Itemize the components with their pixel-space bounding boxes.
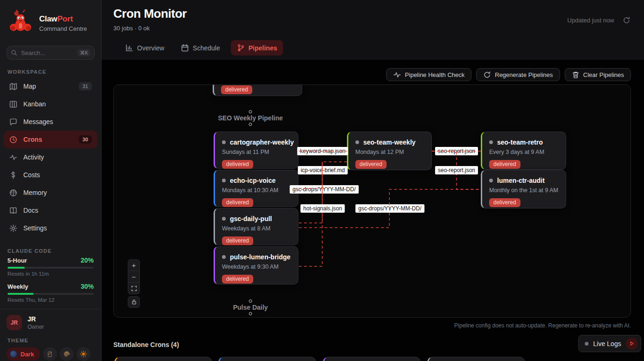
fit-view-button[interactable] [128,283,140,294]
standalone-cron-card[interactable] [114,357,212,361]
edge-label: seo-report.json [435,147,478,155]
palette-icon [63,350,70,358]
lock-button[interactable] [128,296,140,308]
meter-fill [7,267,25,269]
group-label-seo-weekly-pipeline[interactable]: SEO Weekly Pipeline [218,110,283,126]
pipeline-node-seo-team-weekly[interactable]: seo-team-weeklyMondays at 12 PMdelivered [347,132,432,170]
pipeline-node-cartographer-weekly[interactable]: cartographer-weeklySundays at 11 PMdeliv… [214,132,298,169]
map-icon [9,82,18,90]
tab-label: Overview [137,44,164,52]
node-title: seo-team-weekly [355,138,424,146]
node-status-dot [222,179,226,182]
meter-track [7,267,94,269]
live-logs-button[interactable]: Live Logs [578,335,641,352]
sidebar-item-label: Costs [23,171,92,179]
zoom-in-button[interactable]: + [128,259,140,271]
pipeline-edge [299,162,322,223]
pipeline-health-check-button[interactable]: Pipeline Health Check [386,68,471,81]
node-status-badge: delivered [222,275,253,284]
sidebar-item-label: Settings [23,224,92,232]
moon-icon [10,350,17,358]
theme-palette-button[interactable] [60,347,74,361]
theme-frame-button[interactable] [43,347,57,361]
sidebar-item-memory[interactable]: Memory [4,184,97,201]
node-status-badge: delivered [222,236,253,245]
connection-handle[interactable] [249,110,252,113]
pipeline-node-seo-team-retro[interactable]: seo-team-retroEvery 3 days at 9 AMdelive… [481,132,566,170]
standalone-cron-card[interactable] [427,357,525,361]
sidebar-item-label: Messages [23,118,92,125]
sidebar-item-label: Crons [23,136,73,143]
play-icon[interactable] [626,338,638,350]
meter-percent: 20% [81,257,94,264]
tab-pipelines[interactable]: Pipelines [231,40,283,56]
user-name: JR [28,315,44,323]
theme-section-label: THEME [0,334,101,346]
sidebar-item-docs[interactable]: Docs [4,201,97,219]
search-input[interactable] [21,49,74,56]
node-schedule: Mondays at 10:30 AM [222,187,291,194]
group-label-text: SEO Weekly Pipeline [218,114,283,122]
pipeline-node-echo-icp-voice[interactable]: echo-icp-voiceMondays at 10:30 AMdeliver… [214,170,298,207]
meter-track [7,293,94,295]
user-card[interactable]: JR JR Owner [0,309,101,334]
activity-icon [9,153,18,161]
connection-handle[interactable] [249,312,252,315]
meter-percent: 30% [81,283,94,290]
pipeline-node-gsc-daily-pull[interactable]: gsc-daily-pullWeekdays at 8 AMdelivered [214,208,298,245]
toolbar-button-label: Pipeline Health Check [405,71,464,78]
pipeline-edge [299,162,322,266]
standalone-cron-card[interactable] [323,357,421,361]
node-status-badge: delivered [489,198,520,207]
clear-pipelines-button[interactable]: Clear Pipelines [565,68,631,81]
pipeline-node-pulse-lumen-bridge[interactable]: pulse-lumen-bridgeWeekdays at 9:30 AMdel… [214,246,298,285]
search-box[interactable]: ⌘K [7,46,95,60]
pipeline-footnote: Pipeline config does not auto-update. Re… [454,322,631,329]
refresh-icon [623,16,630,24]
sidebar-item-map[interactable]: Map31 [4,77,97,95]
pipeline-node-lumen-ctr-audit[interactable]: lumen-ctr-auditMonthly on the 1st at 9 A… [481,170,566,208]
connection-handle[interactable] [249,299,252,303]
pipeline-node-clipped[interactable]: delivered [213,84,302,96]
book-icon [9,206,18,215]
meter-fill [7,293,34,295]
regenerate-pipelines-button[interactable]: Regenerate Pipelines [476,68,560,81]
theme-dark-button[interactable]: Dark [7,347,40,361]
sidebar-item-label: Docs [23,207,92,214]
node-status-dot [222,255,226,259]
node-status-dot [222,140,226,144]
node-status-dot [489,140,493,144]
node-schedule: Weekdays at 9:30 AM [222,264,291,271]
connection-handle[interactable] [249,123,252,126]
pipeline-canvas[interactable]: SEO Weekly PipelinePulse Daily delivered… [113,84,631,318]
search-icon [11,49,17,56]
standalone-cron-card[interactable] [218,357,316,361]
workspace-section-label: WORKSPACE [0,65,101,77]
sidebar-item-messages[interactable]: Messages [4,113,97,131]
lobster-logo-icon [7,9,34,37]
zoom-out-button[interactable]: − [128,271,140,283]
edge-label: icp-voice-brief.md [298,166,348,174]
node-title: lumen-ctr-audit [489,176,559,184]
node-schedule: Mondays at 12 PM [355,149,424,156]
sidebar-item-crons[interactable]: Crons30 [4,131,97,148]
tab-overview[interactable]: Overview [119,40,170,56]
refresh-button[interactable] [622,15,631,25]
theme-light-button[interactable] [76,347,90,361]
group-label-pulse-daily[interactable]: Pulse Daily [233,299,268,315]
group-label-text: Pulse Daily [233,304,268,311]
pulse-icon [393,71,401,79]
trash-icon [572,71,580,79]
sidebar-item-kanban[interactable]: Kanban [4,95,97,113]
tab-schedule[interactable]: Schedule [175,40,226,56]
sidebar-item-costs[interactable]: Costs [4,166,97,184]
sidebar-item-activity[interactable]: Activity [4,148,97,166]
kanban-icon [9,100,18,108]
pipeline-edge [432,151,481,189]
calendar-icon [181,44,189,52]
page-title: Cron Monitor [113,7,187,21]
sidebar-item-settings[interactable]: Settings [4,219,97,237]
usage-meters: 5-Hour20%Resets in 1h 11mWeekly30%Resets… [0,257,101,303]
node-status-badge: delivered [222,198,253,207]
sidebar-item-label: Memory [23,189,92,196]
